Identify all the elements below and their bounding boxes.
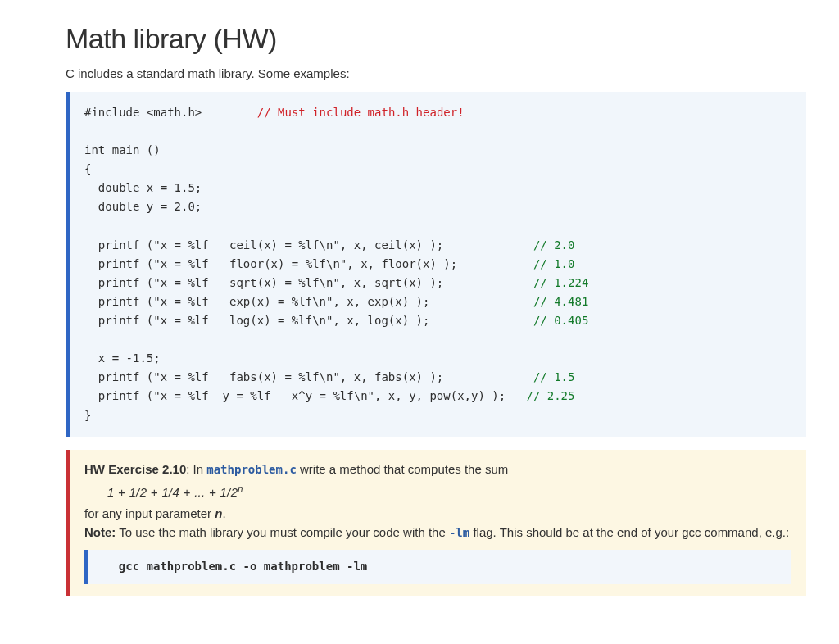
- code-decl-y: double y = 2.0;: [84, 200, 202, 213]
- code-reassign-x: x = -1.5;: [84, 351, 161, 365]
- code-comment-3: // 1.224: [533, 276, 588, 289]
- code-open-brace: {: [84, 162, 91, 175]
- exercise-compile-command: gcc mathproblem.c -o mathproblem -lm: [84, 550, 791, 584]
- code-printf-pow: printf ("x = %lf y = %lf x^y = %lf\n", x…: [84, 389, 506, 402]
- example-code-block: #include <math.h> // Must include math.h…: [66, 92, 806, 437]
- intro-text: C includes a standard math library. Some…: [66, 66, 806, 80]
- exercise-after-title: : In: [186, 462, 206, 476]
- code-comment-6: // 1.5: [533, 370, 575, 383]
- code-printf-log: printf ("x = %lf log(x) = %lf\n", x, log…: [84, 314, 429, 327]
- exercise-note-post: flag. This should be at the end of your …: [469, 525, 789, 539]
- code-comment-4: // 4.481: [533, 295, 588, 308]
- code-printf-sqrt: printf ("x = %lf sqrt(x) = %lf\n", x, sq…: [84, 276, 443, 289]
- code-include: #include <math.h>: [84, 106, 202, 119]
- exercise-after-filename: write a method that computes the sum: [297, 462, 508, 476]
- exercise-line2-post: .: [222, 506, 225, 520]
- code-comment-1: // 2.0: [533, 238, 575, 252]
- exercise-formula-base: 1 + 1/2 + 1/4 + ... + 1/2: [107, 485, 238, 499]
- code-printf-ceil: printf ("x = %lf ceil(x) = %lf\n", x, ce…: [84, 238, 443, 252]
- code-comment-2: // 1.0: [533, 257, 575, 270]
- page-content: Math library (HW) C includes a standard …: [0, 0, 839, 612]
- code-printf-floor: printf ("x = %lf floor(x) = %lf\n", x, f…: [84, 257, 457, 270]
- code-close-brace: }: [84, 409, 91, 422]
- exercise-line2-pre: for any input parameter: [84, 506, 215, 520]
- code-decl-x: double x = 1.5;: [84, 181, 202, 194]
- exercise-note-pre: To use the math library you must compile…: [116, 525, 449, 539]
- code-main-decl: int main (): [84, 143, 161, 156]
- code-comment-7: // 2.25: [526, 389, 574, 402]
- code-printf-fabs: printf ("x = %lf fabs(x) = %lf\n", x, fa…: [84, 370, 443, 383]
- exercise-flag: -lm: [449, 526, 469, 539]
- exercise-title: HW Exercise 2.10: [84, 462, 186, 476]
- code-printf-exp: printf ("x = %lf exp(x) = %lf\n", x, exp…: [84, 295, 429, 308]
- exercise-note: Note: To use the math library you must c…: [84, 523, 791, 542]
- exercise-note-label: Note:: [84, 525, 116, 539]
- exercise-filename: mathproblem.c: [206, 463, 297, 476]
- page-title: Math library (HW): [66, 23, 806, 55]
- exercise-line-2: for any input parameter n.: [84, 504, 791, 523]
- exercise-line-1: HW Exercise 2.10: In mathproblem.c write…: [84, 460, 791, 479]
- code-comment-5: // 0.405: [533, 314, 588, 327]
- exercise-box: HW Exercise 2.10: In mathproblem.c write…: [66, 450, 806, 596]
- exercise-formula-exp: n: [238, 483, 243, 493]
- exercise-formula: 1 + 1/2 + 1/4 + ... + 1/2n: [107, 482, 791, 501]
- code-include-comment: // Must include math.h header!: [257, 106, 465, 119]
